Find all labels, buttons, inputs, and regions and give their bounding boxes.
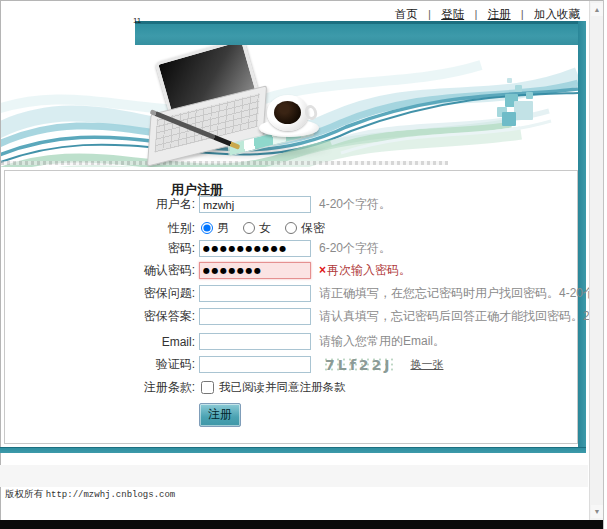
nav-login[interactable]: 登陆 [441, 8, 464, 20]
window-right-edge [603, 0, 607, 529]
terms-checkbox[interactable] [201, 381, 214, 394]
security-question-label: 密保问题: [5, 285, 195, 302]
security-answer-row: 密保答案: 请认真填写，忘记密码后回答正确才能找回密码。2-20个字符。 [5, 308, 577, 325]
header-teal-bar [135, 21, 586, 46]
right-teal-strip [578, 21, 586, 453]
register-button[interactable]: 注册 [199, 403, 241, 427]
security-question-hint: 请正确填写，在您忘记密码时用户找回密码。4-20个字符。 [319, 285, 607, 302]
email-label: Email: [5, 335, 195, 349]
username-row: 用户名: 4-20个字符。 [5, 196, 577, 213]
gender-radio-female[interactable] [243, 222, 255, 234]
coffee-liquid [274, 101, 301, 124]
password-label: 密码: [5, 240, 195, 257]
banner-illustration [1, 45, 578, 167]
scroll-up-icon[interactable]: ▲ [591, 3, 603, 16]
browser-page: 首页 | 登陆 | 注册 | 加入收藏 11 [0, 0, 607, 529]
terms-row: 注册条款: 我已阅读并同意注册条款 [5, 380, 577, 395]
security-answer-input[interactable] [199, 308, 311, 325]
captcha-label: 验证码: [5, 356, 195, 373]
header-artifact-text: 11 [133, 16, 141, 25]
footer-band [0, 465, 588, 487]
gender-option-male[interactable]: 男 [217, 220, 229, 237]
gender-option-female[interactable]: 女 [259, 220, 271, 237]
registration-form: 用户注册 用户名: 4-20个字符。 性别: 男 女 保密 密码: 6-20个字… [4, 170, 578, 444]
password-row: 密码: 6-20个字符。 [5, 240, 577, 257]
confirm-password-row: 确认密码: ×再次输入密码。 [5, 262, 577, 279]
captcha-row: 验证码: 7Lf22J 换一张 [5, 356, 577, 373]
submit-row: 注册 [199, 403, 241, 427]
email-row: Email: 请输入您常用的Email。 [5, 333, 577, 350]
gender-radio-secret[interactable] [285, 222, 297, 234]
password-hint: 6-20个字符。 [319, 240, 391, 257]
copyright-text: 版权所有 http://mzwhj.cnblogs.com [5, 488, 175, 501]
username-hint: 4-20个字符。 [319, 196, 391, 213]
top-nav: 首页 | 登陆 | 注册 | 加入收藏 [395, 7, 580, 22]
security-question-input[interactable] [199, 285, 311, 302]
scroll-down-icon[interactable]: ▼ [591, 505, 603, 518]
gender-radio-male[interactable] [201, 222, 213, 234]
confirm-password-label: 确认密码: [5, 262, 195, 279]
nav-register[interactable]: 注册 [488, 8, 511, 20]
nav-add-favorite[interactable]: 加入收藏 [534, 8, 580, 20]
nav-separator: | [428, 8, 431, 20]
captcha-image: 7Lf22J [323, 357, 394, 373]
gender-option-secret[interactable]: 保密 [301, 220, 325, 237]
security-answer-label: 密保答案: [5, 308, 195, 325]
security-question-row: 密保问题: 请正确填写，在您忘记密码时用户找回密码。4-20个字符。 [5, 285, 577, 302]
terms-label: 注册条款: [5, 379, 195, 396]
captcha-input[interactable] [199, 356, 311, 373]
terms-text[interactable]: 我已阅读并同意注册条款 [219, 380, 346, 395]
confirm-password-input[interactable] [199, 262, 311, 279]
email-hint: 请输入您常用的Email。 [319, 333, 445, 350]
vertical-scrollbar[interactable]: ▲ ▼ [589, 1, 603, 520]
username-label: 用户名: [5, 196, 195, 213]
nav-separator: | [474, 8, 477, 20]
error-x-icon: × [319, 263, 326, 277]
captcha-refresh-link[interactable]: 换一张 [410, 357, 443, 372]
security-answer-hint: 请认真填写，忘记密码后回答正确才能找回密码。2-20个字符。 [319, 308, 607, 325]
username-input[interactable] [199, 196, 311, 213]
copyright-url: http://mzwhj.cnblogs.com [46, 490, 176, 500]
nav-home[interactable]: 首页 [395, 8, 418, 20]
confirm-password-error: ×再次输入密码。 [319, 262, 411, 279]
email-input[interactable] [199, 333, 311, 350]
password-input[interactable] [199, 240, 311, 257]
gender-row: 性别: 男 女 保密 [5, 220, 577, 236]
gender-label: 性别: [5, 220, 195, 237]
window-bottom-bar [0, 520, 607, 529]
nav-separator: | [521, 8, 524, 20]
laptop-and-coffee-illustration [131, 47, 341, 167]
bottom-teal-bar [0, 447, 586, 453]
